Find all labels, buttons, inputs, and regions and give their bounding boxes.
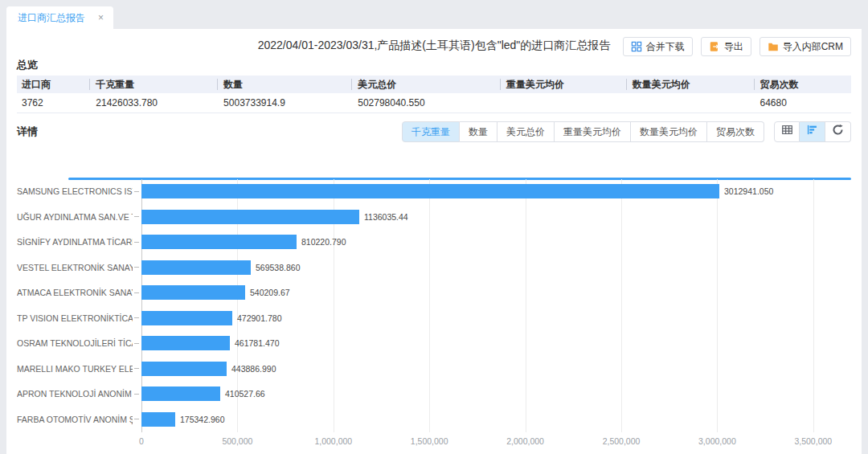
overview-table: 进口商千克重量数量美元总价重量美元均价数量美元均价贸易次数37622142603… [17, 76, 851, 113]
bar[interactable] [141, 184, 719, 198]
tab-close-icon[interactable]: × [98, 13, 104, 22]
button-label: 导入内部CRM [783, 40, 843, 54]
metric-tab-2[interactable]: 数量 [460, 121, 497, 142]
bar-category-label: SAMSUNG ELECTRONICS ISTANBUL P... [17, 186, 133, 196]
bar-value-label: 461781.470 [235, 338, 279, 348]
bar[interactable] [141, 311, 232, 325]
overview-column-header: 美元总价 [351, 76, 500, 93]
button-label: 合并下载 [646, 40, 685, 54]
overview-cell: 5003733914.9 [217, 93, 351, 112]
bar-value-label: 175342.960 [180, 415, 224, 424]
overview-section-label: 总览 [17, 59, 851, 71]
title-row: 2022/04/01-2023/03/31,产品描述(土耳其语)包含"led"的… [17, 37, 851, 55]
chart-row: SİGNİFY AYDINLATMA TİCARET ANO...810220.… [17, 230, 851, 256]
details-toolbar: 详情 千克重量数量美元总价重量美元均价数量美元均价贸易次数 [17, 121, 851, 142]
overview-column-header: 重量美元均价 [500, 76, 626, 93]
bar-value-label: 410527.66 [225, 389, 265, 399]
import-internal-crm-button[interactable]: 导入内部CRM [760, 37, 851, 56]
x-axis-tick-label: 0 [139, 436, 144, 446]
bar[interactable] [141, 362, 227, 376]
bar[interactable] [141, 336, 230, 350]
bar-chart-view-button[interactable] [800, 121, 825, 142]
table-view-button[interactable] [774, 121, 800, 142]
bar-value-label: 810220.790 [301, 237, 346, 247]
bar-track: 175342.960 [141, 407, 851, 432]
bar[interactable] [141, 285, 245, 300]
bar-category-label: TP VISION ELEKTRONİKTİCARET AN... [17, 313, 133, 323]
bar-category-label: APRON TEKNOLOJİ ANONİM ŞİRKETİ [17, 389, 133, 399]
overview-cell [626, 93, 754, 112]
axis-tick [134, 394, 139, 395]
overview-cell: 502798040.550 [351, 93, 500, 112]
bar-category-label: OSRAM TEKNOLOJİLERİ TİCARET AN... [17, 338, 133, 348]
tab-import-summary-report[interactable]: 进口商汇总报告 × [6, 6, 113, 29]
bar-value-label: 3012941.050 [724, 186, 773, 196]
chart-row: UĞUR AYDINLATMA SAN.VE TİC.LTD...1136035… [17, 204, 851, 230]
export-button[interactable]: 导出 [701, 37, 751, 56]
bar-value-label: 1136035.44 [364, 212, 408, 222]
axis-tick [134, 368, 139, 369]
x-axis-tick-label: 1,500,000 [411, 436, 448, 446]
details-section-label: 详情 [17, 125, 38, 139]
bar-category-label: MARELLI MAKO TURKEY ELEKTRİK S... [17, 364, 133, 374]
x-axis-tick-label: 3,000,000 [698, 436, 736, 446]
tab-label: 进口商汇总报告 [18, 11, 85, 25]
tab-bar: 进口商汇总报告 × [0, 0, 868, 29]
axis-tick [134, 216, 139, 217]
bar[interactable] [141, 412, 175, 427]
import-crm-icon [768, 41, 779, 52]
overview-cell: 64680 [754, 93, 851, 112]
refresh-button[interactable] [825, 121, 851, 142]
bar-chart-icon [806, 124, 818, 139]
bar-track: 810220.790 [141, 230, 851, 256]
metric-tab-6[interactable]: 贸易次数 [707, 121, 764, 142]
axis-tick [134, 191, 139, 192]
bar-category-label: UĞUR AYDINLATMA SAN.VE TİC.LTD... [17, 212, 133, 222]
metric-tab-group: 千克重量数量美元总价重量美元均价数量美元均价贸易次数 [402, 121, 764, 142]
overview-cell [500, 93, 626, 112]
metric-tab-5[interactable]: 数量美元均价 [631, 121, 707, 142]
bar[interactable] [141, 235, 297, 249]
refresh-icon [832, 124, 844, 139]
bar-track: 461781.470 [141, 331, 851, 357]
bar[interactable] [141, 260, 251, 275]
metric-tab-3[interactable]: 美元总价 [497, 121, 555, 142]
bar-track: 472901.780 [141, 305, 851, 331]
chart-row: FARBA OTOMOTİV ANONİM ŞİRKETİ175342.960 [17, 407, 851, 432]
bar-value-label: 443886.990 [231, 364, 276, 374]
overview-column-header: 进口商 [17, 76, 89, 93]
axis-tick [134, 292, 139, 293]
axis-tick [134, 317, 139, 318]
chart-row: APRON TEKNOLOJİ ANONİM ŞİRKETİ410527.66 [17, 382, 851, 407]
header-actions: 合并下载导出导入内部CRM [623, 37, 851, 56]
merge-download-button[interactable]: 合并下载 [623, 37, 693, 56]
bar-track: 569538.860 [141, 255, 851, 280]
chart-row: SAMSUNG ELECTRONICS ISTANBUL P...3012941… [17, 179, 851, 205]
metric-tab-1[interactable]: 千克重量 [402, 121, 460, 142]
chart-row: VESTEL ELEKTRONİK SANAYİ VE Tİ...569538.… [17, 255, 851, 280]
overview-column-header: 千克重量 [89, 76, 217, 93]
button-label: 导出 [724, 40, 743, 54]
overview-data-row: 376221426033.7805003733914.9502798040.55… [17, 93, 851, 112]
metric-tab-4[interactable]: 重量美元均价 [555, 121, 631, 142]
axis-tick [134, 343, 139, 344]
axis-tick [134, 419, 139, 419]
overview-cell: 21426033.780 [89, 93, 217, 112]
bar-track: 443886.990 [141, 356, 851, 382]
chart-row: TP VISION ELEKTRONİKTİCARET AN...472901.… [17, 305, 851, 331]
bar-category-label: VESTEL ELEKTRONİK SANAYİ VE Tİ... [17, 263, 133, 272]
chart-row: MARELLI MAKO TURKEY ELEKTRİK S...443886.… [17, 356, 851, 382]
x-axis-tick-label: 1,000,000 [314, 436, 352, 446]
x-axis-tick-label: 500,000 [222, 436, 252, 446]
bar-track: 1136035.44 [141, 204, 851, 230]
bar-category-label: ATMACA ELEKTRONİK SANAYİ VE Tİ... [17, 288, 133, 297]
report-content: 2022/04/01-2023/03/31,产品描述(土耳其语)包含"led"的… [6, 29, 862, 454]
chart-row: ATMACA ELEKTRONİK SANAYİ VE Tİ...540209.… [17, 280, 851, 306]
overview-column-header: 数量美元均价 [626, 76, 754, 93]
bar-track: 410527.66 [141, 382, 851, 407]
bar-track: 540209.67 [141, 280, 851, 306]
bar[interactable] [141, 387, 220, 401]
bar-category-label: SİGNİFY AYDINLATMA TİCARET ANO... [17, 237, 133, 247]
bar[interactable] [141, 210, 359, 224]
bar-track: 3012941.050 [141, 179, 851, 205]
